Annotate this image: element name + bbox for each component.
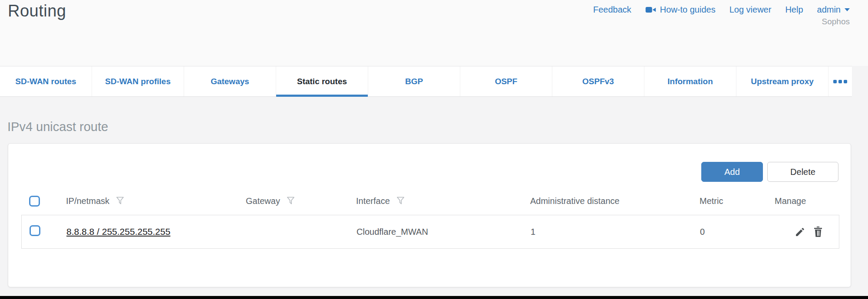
filter-icon[interactable]	[396, 196, 405, 206]
delete-button[interactable]: Delete	[767, 162, 838, 182]
more-horizontal-icon	[833, 80, 847, 83]
tab-label: Upstream proxy	[751, 77, 814, 86]
filter-icon[interactable]	[116, 196, 124, 206]
tab-static-routes[interactable]: Static routes	[276, 66, 368, 96]
feedback-link[interactable]: Feedback	[593, 5, 631, 15]
tab-bgp[interactable]: BGP	[368, 66, 460, 96]
column-metric: Metric	[700, 196, 723, 206]
tab-label: Gateways	[211, 77, 249, 86]
manage-cell	[775, 226, 840, 237]
column-gateway: Gateway	[246, 196, 280, 206]
tab-ospf[interactable]: OSPF	[460, 66, 552, 96]
tab-gateways[interactable]: Gateways	[184, 66, 276, 96]
tab-ospfv3[interactable]: OSPFv3	[552, 66, 644, 96]
routes-panel: Add Delete IP/netmask Gateway Interface	[8, 143, 851, 287]
tab-label: OSPFv3	[582, 77, 614, 86]
log-viewer-link[interactable]: Log viewer	[729, 5, 772, 15]
page-title: Routing	[8, 2, 66, 20]
chevron-down-icon	[845, 8, 850, 11]
column-ip-netmask: IP/netmask	[66, 196, 109, 206]
ip-netmask-link[interactable]: 8.8.8.8 / 255.255.255.255	[66, 227, 170, 237]
howto-guides-link[interactable]: How-to guides	[645, 5, 716, 15]
bottom-edge-bar	[0, 296, 868, 299]
tab-sdwan-profiles[interactable]: SD-WAN profiles	[92, 66, 184, 96]
administrative-distance-cell: 1	[531, 227, 700, 237]
add-button[interactable]: Add	[701, 162, 763, 182]
column-manage: Manage	[775, 196, 806, 206]
howto-guides-label: How-to guides	[660, 5, 716, 15]
column-interface: Interface	[356, 196, 390, 206]
tab-overflow-button[interactable]	[828, 66, 851, 96]
tab-label: OSPF	[495, 77, 518, 86]
edit-icon[interactable]	[795, 227, 805, 237]
metric-cell: 0	[700, 227, 775, 237]
help-link[interactable]: Help	[785, 5, 803, 15]
select-all-checkbox[interactable]	[29, 196, 40, 207]
video-camera-icon	[645, 7, 656, 13]
tab-label: SD-WAN routes	[15, 77, 76, 86]
routing-page: Routing Feedback How-to guides Log viewe…	[0, 0, 868, 299]
tab-information[interactable]: Information	[644, 66, 736, 96]
top-nav: Feedback How-to guides Log viewer Help a…	[593, 5, 850, 15]
column-administrative-distance: Administrative distance	[530, 196, 620, 206]
tab-label: BGP	[405, 77, 423, 86]
table-header: IP/netmask Gateway Interface Administrat…	[21, 191, 839, 211]
tab-label: Static routes	[297, 77, 347, 86]
table-row: 8.8.8.8 / 255.255.255.255 Cloudflare_MWA…	[21, 215, 839, 249]
tab-bar: SD-WAN routes SD-WAN profiles Gateways S…	[0, 66, 852, 97]
interface-cell: Cloudflare_MWAN	[356, 227, 531, 237]
admin-label: admin	[817, 5, 841, 15]
filter-icon[interactable]	[287, 196, 295, 206]
page-header: Routing Feedback How-to guides Log viewe…	[0, 0, 868, 66]
tab-label: Information	[667, 77, 713, 86]
tab-label: SD-WAN profiles	[105, 77, 171, 86]
org-label: Sophos	[822, 17, 850, 26]
admin-menu-button[interactable]: admin	[817, 5, 850, 15]
section-title: IPv4 unicast route	[7, 120, 108, 134]
table-toolbar: Add Delete	[701, 162, 838, 182]
tab-sdwan-routes[interactable]: SD-WAN routes	[0, 66, 92, 96]
row-checkbox[interactable]	[30, 225, 40, 236]
delete-icon[interactable]	[813, 226, 823, 237]
tab-upstream-proxy[interactable]: Upstream proxy	[736, 66, 828, 96]
